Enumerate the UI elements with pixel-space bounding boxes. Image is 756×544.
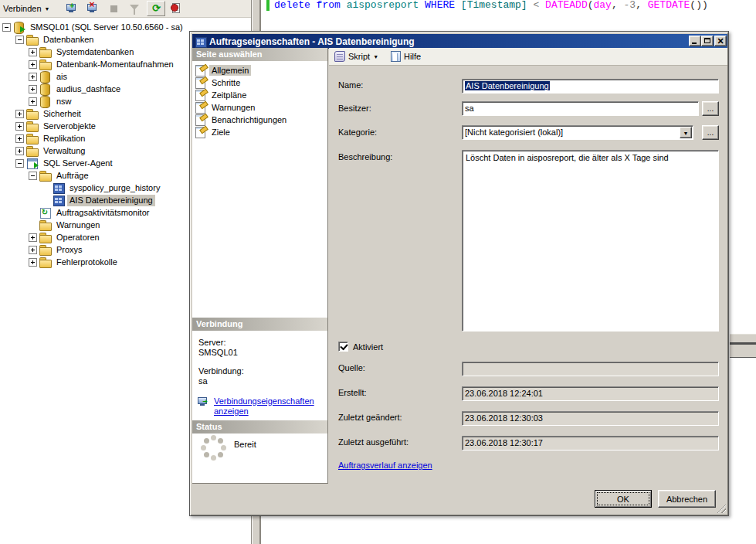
connect-menu-button[interactable]: Verbinden ▼: [0, 1, 54, 16]
sql-token: DATEADD: [545, 0, 588, 11]
refresh-button[interactable]: ⟳: [147, 1, 165, 16]
page-list: AllgemeinSchritteZeitpläneWarnungenBenac…: [192, 64, 327, 138]
page-item-benachrichtigungen[interactable]: Benachrichtigungen: [192, 114, 327, 126]
page-item-zeitpläne[interactable]: Zeitpläne: [192, 89, 327, 101]
expand-icon[interactable]: [29, 48, 37, 56]
expand-icon[interactable]: [29, 85, 37, 94]
tree-item-label: Operatoren: [54, 232, 102, 243]
ok-button[interactable]: OK: [595, 490, 652, 508]
minimize-button[interactable]: [689, 36, 701, 46]
minimize-icon: [692, 42, 697, 44]
help-icon: [391, 51, 401, 62]
tree-item-label: Auftragsaktivitätsmonitor: [54, 207, 151, 219]
maximize-button[interactable]: [701, 36, 714, 46]
database-icon: [39, 71, 51, 82]
change-tracking-bar: [266, 0, 270, 11]
indent-spacer: [42, 184, 50, 192]
close-icon: ✕: [715, 36, 726, 46]
collapse-icon[interactable]: [29, 172, 37, 180]
connection-value: sa: [198, 376, 208, 386]
page-item-schritte[interactable]: Schritte: [192, 76, 327, 89]
script-button-label: Skript: [348, 52, 370, 61]
script-button[interactable]: Skript ▼: [333, 49, 383, 64]
expand-icon[interactable]: [29, 60, 37, 69]
tree-item-label: AIS Datenbereinigung: [67, 195, 155, 206]
connect-object-explorer-button[interactable]: [63, 1, 82, 16]
help-button[interactable]: Hilfe: [389, 49, 425, 64]
source-field: [462, 362, 719, 376]
tree-item-label: Proxys: [54, 244, 85, 256]
view-job-history-link[interactable]: Auftragsverlauf anzeigen: [338, 461, 432, 470]
expand-icon[interactable]: [29, 246, 37, 254]
name-input[interactable]: AIS Datenbereinigung: [462, 79, 719, 94]
help-button-label: Hilfe: [404, 52, 421, 61]
page-item-allgemein[interactable]: Allgemein: [192, 64, 327, 76]
connect-icon: [66, 4, 76, 11]
expand-icon[interactable]: [15, 122, 24, 131]
tree-item-label: Warnungen: [54, 219, 102, 231]
folder-icon: [26, 145, 38, 156]
enabled-checkbox[interactable]: [338, 342, 348, 352]
collapse-icon[interactable]: [2, 23, 11, 32]
server-value: SMSQL01: [198, 348, 238, 357]
tree-item-label: Datenbank-Momentaufnahmen: [54, 59, 176, 70]
close-button[interactable]: ✕: [714, 36, 727, 46]
cancel-button[interactable]: Abbrechen: [658, 490, 716, 508]
page-item-ziele[interactable]: Ziele: [192, 126, 327, 138]
sql-token: day: [594, 0, 612, 11]
expand-icon[interactable]: [15, 134, 24, 143]
expand-icon[interactable]: [29, 97, 37, 106]
collapse-icon[interactable]: [15, 36, 24, 44]
connection-header: Verbindung: [192, 318, 327, 331]
tree-item-label: Sicherheit: [41, 108, 83, 120]
collapse-icon[interactable]: [15, 159, 24, 168]
name-label: Name:: [338, 80, 363, 90]
owner-browse-button[interactable]: ...: [702, 101, 719, 116]
expand-icon[interactable]: [15, 110, 24, 118]
stop-button[interactable]: [105, 1, 124, 16]
filter-button[interactable]: [126, 1, 144, 16]
page-icon: [195, 114, 207, 125]
folder-icon: [39, 232, 51, 243]
name-value: AIS Datenbereinigung: [465, 81, 550, 90]
sql-token: aisposreport: [347, 0, 425, 11]
owner-value: sa: [465, 104, 474, 113]
disconnect-button[interactable]: [84, 1, 103, 16]
resize-grip[interactable]: [716, 503, 726, 513]
connect-menu-label: Verbinden: [3, 4, 42, 13]
view-connection-properties-link[interactable]: Verbindungseigenschaften: [214, 396, 314, 406]
ssms-window: Verbinden ▼ ⟳ SMSQL01 (SQL Server 10.50: [0, 0, 756, 544]
view-connection-properties-link-2[interactable]: anzeigen: [214, 406, 249, 416]
category-browse-button[interactable]: ...: [702, 125, 719, 140]
script-error-button[interactable]: [168, 1, 186, 16]
folder-icon: [26, 108, 38, 119]
activity-monitor-icon: [39, 207, 51, 218]
description-textarea[interactable]: Löscht Daten in aisposreport, die älter …: [462, 150, 719, 332]
job-icon: [53, 182, 64, 193]
category-dropdown[interactable]: [Nicht kategorisiert (lokal)] ▼: [462, 125, 693, 140]
sql-query-line[interactable]: delete from aisposreport WHERE [Timestam…: [274, 0, 708, 11]
folder-icon: [39, 257, 51, 267]
sql-token: delete from: [274, 0, 347, 11]
dropdown-arrow-icon[interactable]: ▼: [680, 127, 692, 138]
dialog-toolbar: Skript ▼ Hilfe: [329, 48, 727, 66]
owner-label: Besitzer:: [338, 104, 371, 113]
page-icon: [195, 90, 207, 100]
chevron-down-icon: ▼: [373, 54, 378, 60]
expand-icon[interactable]: [29, 233, 37, 242]
category-label: Kategorie:: [338, 128, 377, 137]
page-icon: [195, 77, 207, 88]
expand-icon[interactable]: [29, 258, 37, 267]
page-item-warnungen[interactable]: Warnungen: [192, 101, 327, 114]
status-header: Status: [192, 420, 327, 434]
folder-icon: [26, 121, 38, 131]
status-text: Bereit: [234, 440, 256, 449]
owner-input[interactable]: sa: [462, 101, 699, 116]
tree-item-label: Datenbanken: [41, 34, 96, 46]
tree-item-label: SQL Server-Agent: [41, 158, 114, 169]
server-icon: [13, 22, 25, 32]
expand-icon[interactable]: [29, 73, 37, 81]
expand-icon[interactable]: [15, 147, 24, 155]
page-icon: [195, 127, 207, 138]
enabled-label: Aktiviert: [353, 342, 383, 352]
